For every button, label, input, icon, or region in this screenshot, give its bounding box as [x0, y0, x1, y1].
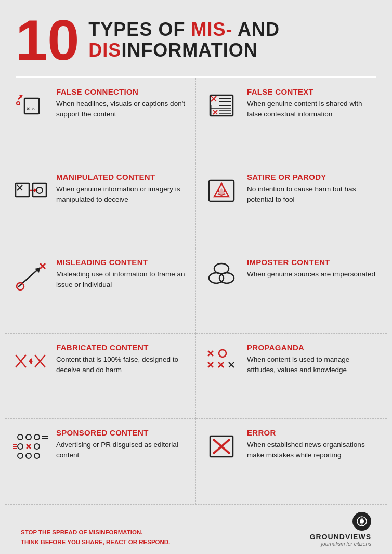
svg-point-46 [219, 350, 226, 357]
svg-point-53 [18, 434, 23, 440]
cell-manipulated-content: MANIPULATED CONTENT When genuine informa… [5, 163, 196, 248]
false-context-icon [203, 87, 240, 124]
svg-point-66 [26, 453, 31, 458]
cell-misleading-content: MISLEADING CONTENT Misleading use of inf… [5, 248, 196, 334]
sponsored-content-title: SPONSORED CONTENT [56, 428, 186, 438]
cell-sponsored-content: SPONSORED CONTENT Advertising or PR disg… [5, 419, 196, 504]
cell-false-connection: × ○ FALSE CONNECTION When headlines, vis… [5, 78, 196, 163]
satire-parody-icon [203, 173, 240, 209]
svg-point-34 [17, 283, 24, 290]
satire-parody-title: SATIRE OR PARODY [247, 173, 377, 182]
cell-fabricated-content-content: FABRICATED CONTENT Content that is 100% … [56, 343, 186, 375]
false-connection-desc: When headlines, visuals or captions don'… [56, 99, 186, 119]
error-icon [203, 428, 240, 465]
sponsored-content-icon [12, 428, 49, 465]
footer-line1: STOP THE SPREAD OF MISINFORMATION. [21, 527, 170, 537]
cell-misleading-content-content: MISLEADING CONTENT Misleading use of inf… [56, 258, 186, 289]
false-connection-icon: × ○ [12, 87, 49, 124]
satire-parody-desc: No intention to cause harm but has poten… [247, 184, 377, 204]
svg-text:○: ○ [32, 106, 35, 112]
false-context-title: FALSE CONTEXT [247, 87, 377, 97]
cell-propaganda: PROPAGANDA When content is used to manag… [196, 334, 387, 419]
propaganda-title: PROPAGANDA [247, 343, 377, 352]
imposter-content-icon [203, 258, 240, 294]
cell-error-content: ERROR When established news organisation… [247, 428, 377, 460]
header-text: TYPES OF MIS- AND DISINFORMATION [88, 19, 280, 60]
error-desc: When established news organisations make… [247, 440, 377, 460]
fabricated-content-title: FABRICATED CONTENT [56, 343, 186, 352]
manipulated-content-desc: When genuine information or imagery is m… [56, 184, 186, 204]
cell-manipulated-content-content: MANIPULATED CONTENT When genuine informa… [56, 173, 186, 204]
groundviews-name: GROUNDVIEWS [310, 533, 371, 541]
imposter-content-desc: When genuine sources are impersonated [247, 269, 377, 280]
propaganda-icon [203, 343, 240, 379]
footer-logo: GROUNDVIEWS journalism for citizens [310, 512, 371, 547]
cell-sponsored-content-content: SPONSORED CONTENT Advertising or PR disg… [56, 428, 186, 460]
cell-propaganda-content: PROPAGANDA When content is used to manag… [247, 343, 377, 375]
imposter-content-title: IMPOSTER CONTENT [247, 258, 377, 267]
groundviews-logo-icon [352, 512, 371, 531]
false-connection-title: FALSE CONNECTION [56, 87, 186, 97]
cell-satire-parody-content: SATIRE OR PARODY No intention to cause h… [247, 173, 377, 204]
footer: STOP THE SPREAD OF MISINFORMATION. THINK… [5, 504, 387, 554]
sponsored-content-desc: Advertising or PR disguised as editorial… [56, 440, 186, 460]
cell-false-context: FALSE CONTEXT When genuine content is sh… [196, 78, 387, 163]
header-title-bottom: DISINFORMATION [88, 40, 280, 61]
header: 10 TYPES OF MIS- AND DISINFORMATION [0, 0, 392, 76]
manipulated-content-title: MANIPULATED CONTENT [56, 173, 186, 182]
header-title-top: TYPES OF MIS- AND [88, 19, 280, 40]
propaganda-desc: When content is used to manage attitudes… [247, 354, 377, 375]
svg-point-65 [18, 453, 23, 458]
manipulated-content-icon [12, 173, 49, 209]
svg-point-5 [17, 102, 20, 105]
fabricated-content-icon [12, 343, 49, 379]
cell-imposter-content-content: IMPOSTER CONTENT When genuine sources ar… [247, 258, 377, 280]
svg-point-37 [219, 273, 234, 283]
false-context-desc: When genuine content is shared with fals… [247, 99, 377, 119]
svg-text:×: × [27, 105, 30, 112]
cell-false-context-content: FALSE CONTEXT When genuine content is sh… [247, 87, 377, 119]
svg-point-61 [34, 444, 40, 449]
svg-point-54 [26, 434, 31, 440]
misleading-content-desc: Misleading use of information to frame a… [56, 269, 186, 289]
items-grid: × ○ FALSE CONNECTION When headlines, vis… [0, 78, 392, 504]
misleading-content-icon [12, 258, 49, 294]
cell-fabricated-content: FABRICATED CONTENT Content that is 100% … [5, 334, 196, 419]
footer-text: STOP THE SPREAD OF MISINFORMATION. THINK… [21, 527, 170, 547]
groundviews-sub: journalism for citizens [321, 541, 371, 547]
cell-satire-parody: SATIRE OR PARODY No intention to cause h… [196, 163, 387, 248]
svg-point-58 [18, 444, 23, 449]
svg-point-55 [34, 434, 40, 440]
fabricated-content-desc: Content that is 100% false, designed to … [56, 354, 186, 375]
cell-imposter-content: IMPOSTER CONTENT When genuine sources ar… [196, 248, 387, 334]
svg-point-72 [360, 519, 364, 523]
footer-line2: THINK BEFORE YOU SHARE, REACT OR RESPOND… [21, 537, 170, 547]
page: 10 TYPES OF MIS- AND DISINFORMATION × [0, 0, 392, 554]
error-title: ERROR [247, 428, 377, 438]
cell-error: ERROR When established news organisation… [196, 419, 387, 504]
cell-false-connection-content: FALSE CONNECTION When headlines, visuals… [56, 87, 186, 119]
misleading-content-title: MISLEADING CONTENT [56, 258, 186, 267]
svg-point-67 [34, 453, 40, 458]
header-number: 10 [16, 11, 79, 69]
